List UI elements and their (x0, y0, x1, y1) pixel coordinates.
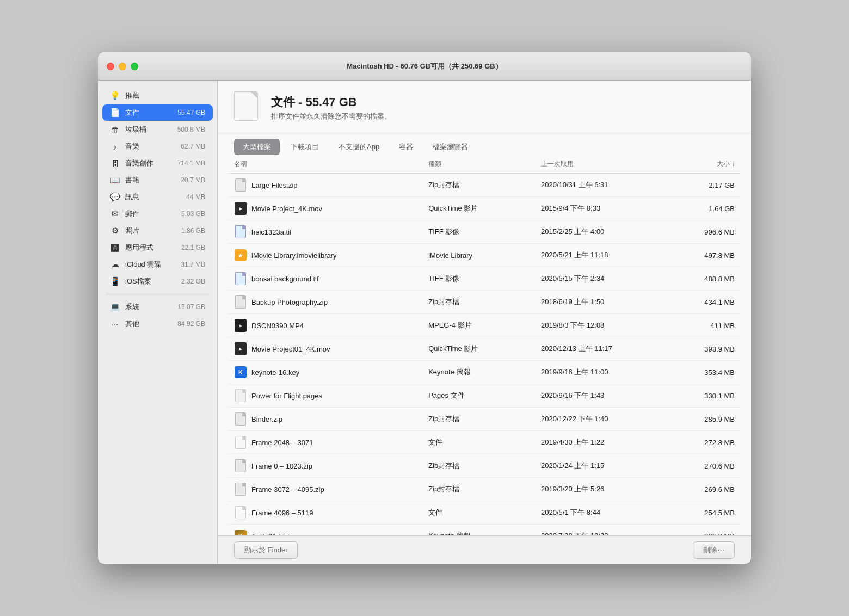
file-name-cell: Frame 4096 – 5119 (229, 501, 423, 525)
table-row[interactable]: Backup Photography.zip Zip封存檔 2018/6/19 … (229, 291, 740, 314)
file-date: 2020/12/22 下午 1:40 (536, 408, 663, 431)
file-type: Zip封存檔 (423, 408, 536, 431)
sidebar-item-books[interactable]: 📖 書籍 20.7 MB (102, 172, 213, 188)
close-button[interactable] (107, 63, 114, 70)
file-type: TIFF 影像 (423, 267, 536, 291)
sidebar-item-music[interactable]: ♪ 音樂 62.7 MB (102, 138, 213, 155)
table-row[interactable]: Movie Project01_4K.mov QuickTime 影片 2020… (229, 337, 740, 361)
sidebar-divider (106, 294, 210, 294)
file-name: Movie Project_4K.mov (251, 205, 322, 213)
file-type: Zip封存檔 (423, 174, 536, 197)
sidebar-item-messages[interactable]: 💬 訊息 44 MB (102, 189, 213, 205)
panel-title: 文件 - 55.47 GB (271, 94, 391, 110)
sidebar-item-photos[interactable]: ⚙ 照片 1.86 GB (102, 223, 213, 239)
file-size: 2.17 GB (663, 174, 740, 197)
sidebar-item-trash[interactable]: 🗑 垃圾桶 500.8 MB (102, 121, 213, 138)
file-name: Binder.zip (251, 415, 282, 423)
file-size: 236.8 MB (663, 525, 740, 536)
tab-large-files[interactable]: 大型檔案 (234, 139, 280, 155)
file-type: TIFF 影像 (423, 220, 536, 244)
delete-button[interactable]: 刪除⋯ (693, 541, 735, 559)
col-header-size[interactable]: 大小 ↓ (663, 155, 740, 174)
file-icon (234, 411, 247, 427)
file-type: Zip封存檔 (423, 454, 536, 478)
table-row[interactable]: Frame 4096 – 5119 文件 2020/5/1 下午 8:44 25… (229, 501, 740, 525)
col-header-date[interactable]: 上一次取用 (536, 155, 663, 174)
file-icon (234, 224, 247, 239)
table-row[interactable]: Binder.zip Zip封存檔 2020/12/22 下午 1:40 285… (229, 408, 740, 431)
traffic-lights (107, 63, 138, 70)
table-row[interactable]: DSCN0390.MP4 MPEG-4 影片 2019/8/3 下午 12:08… (229, 314, 740, 337)
tab-unsupported[interactable]: 不支援的App (330, 139, 388, 155)
show-finder-button[interactable]: 顯示於 Finder (234, 541, 298, 559)
file-size: 353.4 MB (663, 361, 740, 384)
apps-icon: 🅰 (110, 243, 120, 252)
file-name-cell: Backup Photography.zip (229, 291, 423, 314)
table-row[interactable]: Power for Flight.pages Pages 文件 2020/9/1… (229, 384, 740, 408)
file-icon (234, 505, 247, 520)
table-row[interactable]: iMovie Library.imovielibrary iMovie Libr… (229, 244, 740, 267)
col-header-type[interactable]: 種類 (423, 155, 536, 174)
table-row[interactable]: Movie Project_4K.mov QuickTime 影片 2015/9… (229, 197, 740, 220)
file-name: bonsai background.tif (251, 275, 319, 283)
file-name-cell: Movie Project01_4K.mov (229, 337, 423, 361)
file-size: 497.8 MB (663, 244, 740, 267)
file-table-wrapper[interactable]: 名稱 種類 上一次取用 大小 ↓ (218, 155, 751, 535)
sidebar-item-mail[interactable]: ✉ 郵件 5.03 GB (102, 206, 213, 222)
table-row[interactable]: bonsai background.tif TIFF 影像 2020/5/15 … (229, 267, 740, 291)
file-name: Large Files.zip (251, 181, 298, 189)
col-header-name[interactable]: 名稱 (229, 155, 423, 174)
file-date: 2020/12/13 上午 11:17 (536, 337, 663, 361)
file-size: 434.1 MB (663, 291, 740, 314)
table-row[interactable]: heic1323a.tif TIFF 影像 2015/2/25 上午 4:00 … (229, 220, 740, 244)
maximize-button[interactable] (131, 63, 138, 70)
file-type: 文件 (423, 431, 536, 454)
file-name: heic1323a.tif (251, 228, 292, 236)
file-name: DSCN0390.MP4 (251, 322, 304, 330)
photos-icon: ⚙ (110, 226, 120, 236)
file-size: 254.5 MB (663, 501, 740, 525)
sort-arrow-icon: ↓ (732, 161, 735, 167)
file-date: 2019/8/3 下午 12:08 (536, 314, 663, 337)
table-row[interactable]: Frame 0 – 1023.zip Zip封存檔 2020/1/24 上午 1… (229, 454, 740, 478)
garageband-icon: 🎛 (110, 158, 120, 168)
table-row[interactable]: Test_01.key Keynote 簡報 2020/7/28 下午 12:2… (229, 525, 740, 536)
file-size: 330.1 MB (663, 384, 740, 408)
file-type: QuickTime 影片 (423, 337, 536, 361)
doc-icon (234, 91, 262, 124)
file-name-cell: bonsai background.tif (229, 267, 423, 291)
system-icon: 💻 (110, 302, 120, 312)
file-size: 270.6 MB (663, 454, 740, 478)
tab-file-browser[interactable]: 檔案瀏覽器 (424, 139, 477, 155)
sidebar-item-garageband[interactable]: 🎛 音樂創作 714.1 MB (102, 155, 213, 171)
file-type: MPEG-4 影片 (423, 314, 536, 337)
file-type: Pages 文件 (423, 384, 536, 408)
file-name-cell: heic1323a.tif (229, 220, 423, 244)
tab-downloads[interactable]: 下載項目 (282, 139, 328, 155)
table-row[interactable]: keynote-16.key Keynote 簡報 2019/9/16 上午 1… (229, 361, 740, 384)
table-row[interactable]: Large Files.zip Zip封存檔 2020/10/31 上午 6:3… (229, 174, 740, 197)
sidebar-item-apps[interactable]: 🅰 應用程式 22.1 GB (102, 239, 213, 256)
sidebar-item-recommend[interactable]: 💡 推薦 (102, 88, 213, 104)
file-date: 2020/5/1 下午 8:44 (536, 501, 663, 525)
sidebar-item-icloud[interactable]: ☁ iCloud 雲碟 31.7 MB (102, 256, 213, 273)
sidebar-item-system[interactable]: 💻 系統 15.07 GB (102, 299, 213, 315)
sidebar-item-other[interactable]: ··· 其他 84.92 GB (102, 316, 213, 332)
file-date: 2019/4/30 上午 1:22 (536, 431, 663, 454)
mail-icon: ✉ (110, 209, 120, 219)
file-date: 2020/1/24 上午 1:15 (536, 454, 663, 478)
tab-container[interactable]: 容器 (390, 139, 422, 155)
file-name-cell: Frame 0 – 1023.zip (229, 454, 423, 478)
file-size: 488.8 MB (663, 267, 740, 291)
table-row[interactable]: Frame 3072 – 4095.zip Zip封存檔 2019/3/20 上… (229, 478, 740, 501)
file-name-cell: Test_01.key (229, 525, 423, 536)
music-icon: ♪ (110, 141, 120, 151)
minimize-button[interactable] (119, 63, 126, 70)
file-table: 名稱 種類 上一次取用 大小 ↓ (229, 155, 740, 535)
table-row[interactable]: Frame 2048 – 3071 文件 2019/4/30 上午 1:22 2… (229, 431, 740, 454)
sidebar-item-ios[interactable]: 📱 iOS檔案 2.32 GB (102, 273, 213, 289)
file-name-cell: Frame 2048 – 3071 (229, 431, 423, 454)
sidebar-item-documents[interactable]: 📄 文件 55.47 GB (102, 104, 213, 121)
file-name: Power for Flight.pages (251, 392, 322, 400)
file-size: 411 MB (663, 314, 740, 337)
